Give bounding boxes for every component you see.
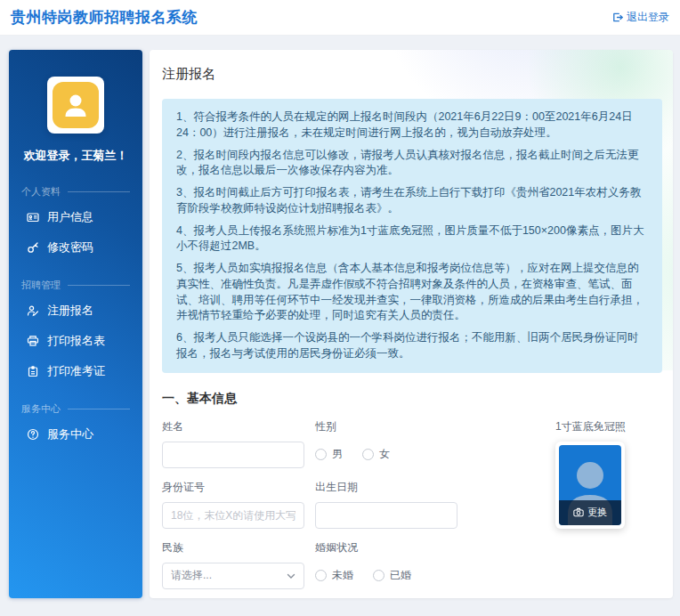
- section-rule: [68, 285, 130, 286]
- name-label: 姓名: [162, 419, 304, 434]
- ethnicity-field-group: 民族 请选择...: [162, 540, 304, 589]
- sidebar-item-service-center[interactable]: 服务中心: [20, 419, 132, 450]
- radio-label: 男: [332, 447, 343, 462]
- photo-field-group: 1寸蓝底免冠照: [555, 419, 662, 589]
- sidebar-item-change-password[interactable]: 修改密码: [20, 232, 132, 263]
- app-header: 贵州特岗教师招聘报名系统 退出登录: [0, 0, 680, 36]
- marital-option-unmarried[interactable]: 未婚: [315, 568, 353, 583]
- notice-paragraph: 3、报名时间截止后方可打印报名表，请考生在系统上自行下载打印《贵州省2021年农…: [176, 185, 648, 217]
- sidebar-item-label: 注册报名: [47, 303, 93, 319]
- camera-icon: [573, 507, 584, 517]
- welcome-text: 欢迎登录，王菊兰！: [9, 148, 142, 164]
- section-rule: [68, 409, 130, 409]
- avatar-person-icon: [53, 82, 99, 128]
- sidebar-item-label: 打印准考证: [47, 363, 105, 379]
- sidebar-item-label: 用户信息: [47, 209, 93, 225]
- name-field-group: 姓名: [162, 419, 304, 468]
- notice-box: 1、符合报考条件的人员在规定的网上报名时间段内（2021年6月22日9：00至2…: [162, 99, 662, 373]
- gender-option-male[interactable]: 男: [315, 447, 343, 462]
- app-title: 贵州特岗教师招聘报名系统: [11, 7, 198, 28]
- gender-radio-group: 男 女: [315, 442, 457, 468]
- marital-field-group: 婚姻状况 未婚 已婚: [315, 540, 457, 589]
- sidebar-item-user-info[interactable]: 用户信息: [20, 202, 132, 232]
- radio-icon[interactable]: [362, 449, 374, 460]
- gender-field-group: 性别 男 女: [315, 419, 457, 468]
- logout-icon: [611, 12, 623, 23]
- ethnicity-select[interactable]: 请选择...: [162, 563, 304, 589]
- basic-info-form: 姓名 性别 男 女: [162, 419, 662, 599]
- gender-option-female[interactable]: 女: [362, 447, 390, 462]
- main-panel: 注册报名 1、符合报考条件的人员在规定的网上报名时间段内（2021年6月22日9…: [150, 50, 673, 598]
- id-number-input[interactable]: [162, 502, 304, 529]
- photo-change-button[interactable]: 更换: [559, 500, 621, 525]
- select-value: 请选择...: [171, 568, 212, 583]
- radio-label: 已婚: [390, 568, 411, 583]
- marital-radio-group: 未婚 已婚: [315, 563, 457, 589]
- marital-option-married[interactable]: 已婚: [373, 568, 411, 583]
- photo-preview: 更换: [559, 445, 621, 525]
- marital-label: 婚姻状况: [315, 540, 457, 555]
- menu-section-profile: 个人资料: [21, 185, 130, 199]
- radio-label: 女: [379, 447, 390, 462]
- menu-section-service: 服务中心: [21, 402, 130, 416]
- question-circle-icon: [27, 428, 39, 441]
- birth-date-field-group: 出生日期: [315, 480, 457, 529]
- id-card-icon: [27, 211, 39, 223]
- photo-card: 更换: [555, 442, 625, 529]
- section-rule: [68, 191, 130, 192]
- id-number-field-group: 身份证号: [162, 480, 304, 529]
- notice-paragraph: 1、符合报考条件的人员在规定的网上报名时间段内（2021年6月22日9：00至2…: [176, 109, 648, 142]
- sidebar-menu: 个人资料 用户信息 修: [9, 185, 142, 450]
- sidebar-item-register[interactable]: 注册报名: [20, 296, 132, 326]
- radio-icon[interactable]: [315, 570, 327, 581]
- avatar: [47, 77, 104, 134]
- photo-change-label: 更换: [587, 506, 607, 519]
- page-title: 注册报名: [162, 66, 662, 83]
- birth-date-input[interactable]: [315, 502, 457, 529]
- user-edit-icon: [27, 304, 39, 317]
- id-number-label: 身份证号: [162, 480, 304, 495]
- logout-button[interactable]: 退出登录: [611, 10, 669, 25]
- notice-paragraph: 2、报名时间段内报名信息可以修改，请报考人员认真核对报名信息，报名截止时间之后无…: [176, 148, 648, 180]
- menu-section-label: 招聘管理: [21, 279, 61, 292]
- sidebar-item-label: 打印报名表: [47, 333, 105, 349]
- gender-label: 性别: [315, 419, 457, 434]
- key-icon: [27, 241, 39, 254]
- badge-icon: [27, 365, 39, 377]
- section-title-basic-info: 一、基本信息: [162, 391, 662, 407]
- sidebar-item-print-ticket[interactable]: 打印准考证: [20, 356, 132, 386]
- menu-section-recruitment: 招聘管理: [21, 279, 130, 292]
- ethnicity-label: 民族: [162, 540, 304, 555]
- radio-icon[interactable]: [315, 449, 327, 460]
- sidebar: 欢迎登录，王菊兰！ 个人资料 用户信息: [9, 50, 142, 598]
- name-input[interactable]: [162, 442, 304, 468]
- menu-section-label: 服务中心: [21, 402, 61, 416]
- menu-section-label: 个人资料: [21, 185, 61, 199]
- printer-icon: [27, 335, 39, 347]
- photo-label: 1寸蓝底免冠照: [555, 419, 662, 434]
- sidebar-item-label: 修改密码: [47, 239, 93, 255]
- notice-paragraph: 5、报考人员如实填报报名信息（含本人基本信息和报考岗位信息等），应对在网上提交信…: [176, 261, 648, 324]
- page-layout: 欢迎登录，王菊兰！ 个人资料 用户信息: [0, 36, 680, 607]
- notice-paragraph: 6、报考人员只能选择一个设岗县的一个学科岗位进行报名；不能用新、旧两个居民身份证…: [176, 330, 648, 362]
- logout-label: 退出登录: [627, 10, 669, 25]
- chevron-down-icon: [287, 570, 295, 582]
- birth-date-label: 出生日期: [315, 480, 457, 495]
- radio-label: 未婚: [332, 568, 353, 583]
- sidebar-item-label: 服务中心: [47, 426, 93, 442]
- notice-paragraph: 4、报考人员上传报名系统照片标准为1寸蓝底免冠照，图片质量不低于150×200像…: [176, 223, 648, 255]
- radio-icon[interactable]: [373, 570, 385, 581]
- sidebar-item-print-form[interactable]: 打印报名表: [20, 326, 132, 356]
